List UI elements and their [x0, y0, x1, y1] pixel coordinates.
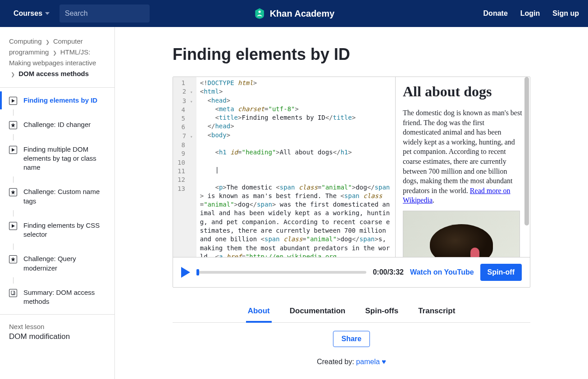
video-controls: 0:00/3:32 Watch on YouTube Spin-off	[173, 257, 530, 287]
page-title: Finding elements by ID	[173, 45, 530, 64]
lesson-item[interactable]: Challenge: Custom name tags	[0, 183, 114, 210]
courses-label: Courses	[14, 9, 42, 18]
challenge-icon	[9, 188, 17, 196]
top-nav: Courses Khan Academy Donate Login Sign u…	[0, 0, 588, 27]
spinoff-button[interactable]: Spin-off	[480, 264, 522, 281]
main-content: Finding elements by ID 1 2 ▾ 3 ▾ 4 5 6 7…	[115, 27, 588, 379]
author-link[interactable]: pamela	[356, 358, 379, 365]
preview-image-puppy	[403, 211, 520, 257]
lesson-item[interactable]: Challenge: Query modernizer	[0, 250, 114, 277]
progress-bar[interactable]	[196, 271, 366, 274]
lesson-list: Finding elements by IDChallenge: ID chan…	[0, 88, 114, 314]
preview-pane: All about dogs The domestic dog is known…	[395, 77, 530, 257]
lesson-item[interactable]: Finding elements by CSS selector	[0, 217, 114, 244]
heart-icon: ♥	[382, 358, 386, 365]
next-lesson-title: DOM modification	[9, 332, 105, 341]
challenge-icon	[9, 255, 17, 263]
created-by: Created by: pamela ♥	[173, 358, 530, 366]
brand[interactable]: Khan Academy	[254, 8, 335, 19]
search-input[interactable]	[65, 9, 155, 18]
lesson-label: Finding multiple DOM elements by tag or …	[23, 145, 106, 172]
courses-dropdown[interactable]: Courses	[9, 6, 54, 21]
code-editor[interactable]: 1 2 ▾ 3 ▾ 4 5 6 7 ▾ 8 9 10 11 12 13 <!DO…	[173, 77, 395, 257]
lesson-item[interactable]: Finding elements by ID	[0, 91, 114, 109]
caret-down-icon	[45, 12, 50, 15]
breadcrumb: Computing ❯ Computer programming ❯ HTML/…	[0, 36, 114, 88]
share-button[interactable]: Share	[333, 331, 370, 347]
tab-documentation[interactable]: Documentation	[288, 301, 347, 322]
lesson-label: Challenge: ID changer	[23, 120, 91, 129]
chevron-right-icon: ❯	[11, 72, 15, 77]
lesson-label: Challenge: Query modernizer	[23, 254, 106, 273]
donate-link[interactable]: Donate	[483, 9, 508, 18]
watch-youtube-link[interactable]: Watch on YouTube	[410, 268, 474, 276]
breadcrumb-current: DOM access methods	[18, 70, 89, 77]
signup-link[interactable]: Sign up	[552, 9, 579, 18]
sidebar: Computing ❯ Computer programming ❯ HTML/…	[0, 27, 115, 379]
breadcrumb-link[interactable]: Computing	[9, 37, 42, 45]
lesson-item[interactable]: Challenge: ID changer	[0, 116, 114, 134]
chevron-right-icon: ❯	[46, 39, 50, 45]
tab-about[interactable]: About	[246, 301, 272, 323]
next-lesson[interactable]: Next lesson DOM modification	[0, 314, 114, 349]
lesson-label: Finding elements by CSS selector	[23, 221, 106, 239]
video-icon	[9, 97, 17, 105]
code-body[interactable]: <!DOCTYPE html> <html> <head> <meta char…	[196, 77, 395, 257]
brand-logo-icon	[254, 8, 265, 19]
challenge-icon	[9, 121, 17, 129]
video-icon	[9, 222, 17, 230]
video-icon	[9, 146, 17, 154]
play-button[interactable]	[181, 267, 190, 278]
login-link[interactable]: Login	[520, 9, 540, 18]
line-gutter: 1 2 ▾ 3 ▾ 4 5 6 7 ▾ 8 9 10 11 12 13	[173, 77, 196, 257]
preview-heading: All about dogs	[403, 83, 523, 100]
svg-rect-3	[11, 291, 14, 294]
next-lesson-label: Next lesson	[9, 323, 105, 330]
progress-thumb[interactable]	[196, 269, 199, 275]
chevron-right-icon: ❯	[53, 50, 57, 55]
content-tabs: About Documentation Spin-offs Transcript	[173, 301, 530, 323]
lesson-label: Summary: DOM access methods	[23, 288, 106, 307]
preview-paragraph: The domestic dog is known as man's best …	[403, 108, 523, 205]
scrollbar[interactable]	[524, 77, 529, 226]
lesson-item[interactable]: Summary: DOM access methods	[0, 284, 114, 311]
svg-point-2	[258, 11, 260, 13]
doc-icon	[9, 289, 17, 297]
brand-text: Khan Academy	[270, 9, 335, 19]
tab-spinoffs[interactable]: Spin-offs	[363, 301, 400, 322]
lesson-label: Challenge: Custom name tags	[23, 187, 106, 206]
search-box[interactable]	[59, 5, 150, 23]
lesson-item[interactable]: Finding multiple DOM elements by tag or …	[0, 140, 114, 177]
tab-transcript[interactable]: Transcript	[416, 301, 457, 322]
lesson-label: Finding elements by ID	[23, 96, 97, 105]
editor-frame: 1 2 ▾ 3 ▾ 4 5 6 7 ▾ 8 9 10 11 12 13 <!DO…	[173, 77, 530, 288]
play-icon	[181, 267, 190, 278]
time-display: 0:00/3:32	[373, 268, 404, 276]
